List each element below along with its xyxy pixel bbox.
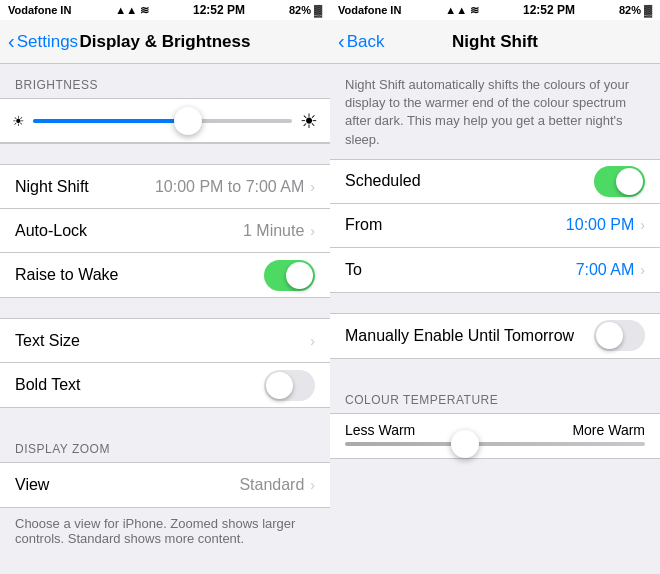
rgap2 bbox=[330, 359, 660, 379]
gap1 bbox=[0, 144, 330, 164]
view-value: Standard bbox=[239, 476, 304, 494]
colour-slider-track[interactable] bbox=[345, 442, 645, 446]
text-size-chevron: › bbox=[310, 333, 315, 349]
night-shift-row[interactable]: Night Shift 10:00 PM to 7:00 AM › bbox=[0, 165, 330, 209]
scheduled-row: Scheduled bbox=[330, 160, 660, 204]
view-label: View bbox=[15, 476, 239, 494]
nav-bar-right: ‹ Back Night Shift bbox=[330, 20, 660, 64]
from-label: From bbox=[345, 216, 405, 234]
colour-temp-group: Less Warm More Warm bbox=[330, 413, 660, 459]
signal-wifi-right: ▲▲ ≋ bbox=[445, 4, 479, 17]
more-warm-label: More Warm bbox=[572, 422, 645, 438]
status-bar-left: Vodafone IN ▲▲ ≋ 12:52 PM 82% ▓ bbox=[0, 0, 330, 20]
auto-lock-row[interactable]: Auto-Lock 1 Minute › bbox=[0, 209, 330, 253]
left-content: BRIGHTNESS ☀ ☀ Night Shift 10:00 PM to 7… bbox=[0, 64, 330, 574]
view-chevron: › bbox=[310, 477, 315, 493]
bold-text-label: Bold Text bbox=[15, 376, 264, 394]
manual-enable-toggle[interactable] bbox=[594, 320, 645, 351]
scheduled-label: Scheduled bbox=[345, 172, 594, 190]
brightness-high-icon: ☀ bbox=[300, 109, 318, 133]
colour-temp-header: COLOUR TEMPERATURE bbox=[330, 379, 660, 413]
brightness-slider-track[interactable] bbox=[33, 119, 292, 123]
to-row[interactable]: To 7:00 AM › bbox=[330, 248, 660, 292]
nav-bar-left: ‹ Settings Display & Brightness bbox=[0, 20, 330, 64]
view-row[interactable]: View Standard › bbox=[0, 463, 330, 507]
gap3 bbox=[0, 408, 330, 428]
from-row[interactable]: From 10:00 PM › bbox=[330, 204, 660, 248]
back-label-left: Settings bbox=[17, 32, 78, 52]
brightness-slider-thumb[interactable] bbox=[174, 107, 202, 135]
signal-wifi-left: ▲▲ ≋ bbox=[115, 4, 149, 17]
brightness-section-header: BRIGHTNESS bbox=[0, 64, 330, 98]
raise-to-wake-row: Raise to Wake bbox=[0, 253, 330, 297]
night-shift-label: Night Shift bbox=[15, 178, 155, 196]
group1: Night Shift 10:00 PM to 7:00 AM › Auto-L… bbox=[0, 164, 330, 298]
back-button-right[interactable]: ‹ Back bbox=[338, 30, 384, 53]
time-left: 12:52 PM bbox=[193, 3, 245, 17]
group2: Text Size › Bold Text bbox=[0, 318, 330, 408]
scheduled-toggle-knob bbox=[616, 168, 643, 195]
raise-to-wake-toggle[interactable] bbox=[264, 260, 315, 291]
brightness-slider-fill bbox=[33, 119, 188, 123]
to-value: 7:00 AM bbox=[405, 261, 634, 279]
scheduled-toggle[interactable] bbox=[594, 166, 645, 197]
bold-text-toggle-knob bbox=[266, 372, 293, 399]
chevron-back-icon: ‹ bbox=[338, 30, 345, 53]
rgap1 bbox=[330, 293, 660, 313]
from-value: 10:00 PM bbox=[405, 216, 634, 234]
night-shift-description: Night Shift automatically shifts the col… bbox=[330, 64, 660, 159]
scheduled-group: Scheduled From 10:00 PM › To 7:00 AM › bbox=[330, 159, 660, 293]
auto-lock-label: Auto-Lock bbox=[15, 222, 243, 240]
auto-lock-value: 1 Minute bbox=[243, 222, 304, 240]
colour-slider-container: Less Warm More Warm bbox=[330, 414, 660, 458]
carrier-right: Vodafone IN bbox=[338, 4, 401, 16]
display-zoom-footer: Choose a view for iPhone. Zoomed shows l… bbox=[0, 508, 330, 556]
display-zoom-header: DISPLAY ZOOM bbox=[0, 428, 330, 462]
manual-enable-toggle-knob bbox=[596, 322, 623, 349]
less-warm-label: Less Warm bbox=[345, 422, 415, 438]
brightness-group: ☀ ☀ bbox=[0, 98, 330, 144]
raise-to-wake-label: Raise to Wake bbox=[15, 266, 264, 284]
display-zoom-group: View Standard › bbox=[0, 462, 330, 508]
colour-labels: Less Warm More Warm bbox=[345, 422, 645, 438]
manual-enable-row: Manually Enable Until Tomorrow bbox=[330, 314, 660, 358]
page-title-left: Display & Brightness bbox=[80, 32, 251, 52]
back-label-right: Back bbox=[347, 32, 385, 52]
battery-right: 82% ▓ bbox=[619, 4, 652, 16]
page-title-right: Night Shift bbox=[452, 32, 538, 52]
time-right: 12:52 PM bbox=[523, 3, 575, 17]
text-size-row[interactable]: Text Size › bbox=[0, 319, 330, 363]
carrier-left: Vodafone IN bbox=[8, 4, 71, 16]
brightness-low-icon: ☀ bbox=[12, 113, 25, 129]
night-shift-value: 10:00 PM to 7:00 AM bbox=[155, 178, 304, 196]
right-content: Night Shift automatically shifts the col… bbox=[330, 64, 660, 574]
bold-text-toggle[interactable] bbox=[264, 370, 315, 401]
chevron-left-icon: ‹ bbox=[8, 30, 15, 53]
bold-text-row: Bold Text bbox=[0, 363, 330, 407]
to-chevron: › bbox=[640, 262, 645, 278]
auto-lock-chevron: › bbox=[310, 223, 315, 239]
text-size-label: Text Size bbox=[15, 332, 310, 350]
brightness-row[interactable]: ☀ ☀ bbox=[0, 99, 330, 143]
night-shift-chevron: › bbox=[310, 179, 315, 195]
to-label: To bbox=[345, 261, 405, 279]
gap2 bbox=[0, 298, 330, 318]
left-panel: Vodafone IN ▲▲ ≋ 12:52 PM 82% ▓ ‹ Settin… bbox=[0, 0, 330, 574]
battery-left: 82% ▓ bbox=[289, 4, 322, 16]
raise-to-wake-toggle-knob bbox=[286, 262, 313, 289]
manual-group: Manually Enable Until Tomorrow bbox=[330, 313, 660, 359]
from-chevron: › bbox=[640, 217, 645, 233]
manual-enable-label: Manually Enable Until Tomorrow bbox=[345, 327, 594, 345]
status-bar-right: Vodafone IN ▲▲ ≋ 12:52 PM 82% ▓ bbox=[330, 0, 660, 20]
right-panel: Vodafone IN ▲▲ ≋ 12:52 PM 82% ▓ ‹ Back N… bbox=[330, 0, 660, 574]
colour-slider-thumb[interactable] bbox=[451, 430, 479, 458]
back-button-left[interactable]: ‹ Settings bbox=[8, 30, 78, 53]
